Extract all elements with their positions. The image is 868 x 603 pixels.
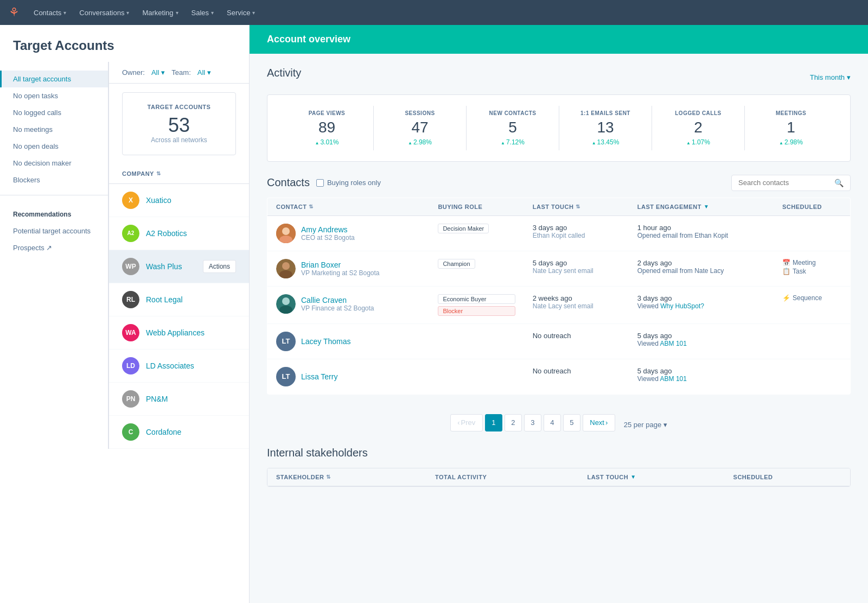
th-scheduled: SCHEDULED [774,198,850,215]
prev-button[interactable]: ‹ Prev [450,414,483,431]
avatar-image [276,294,296,314]
contact-info: Lacey Thomas [301,337,351,346]
contacts-table: CONTACT ⇅ BUYING ROLE LAST TOUCH ⇅ [267,198,851,395]
account-overview-title: Account overview [267,34,851,45]
hubspot-logo: ⚘ [9,5,20,20]
owner-select[interactable]: All ▾ [151,68,165,77]
sort-icon[interactable]: ⇅ [309,204,314,210]
contact-cell: Amy Andrews CEO at S2 Bogota [276,224,420,243]
nav-service[interactable]: Service ▾ [221,5,260,20]
page-5-button[interactable]: 5 [563,414,580,431]
chevron-down-icon: ▾ [663,421,667,429]
company-item-pnm[interactable]: PN PN&M [109,383,249,416]
filter-no-open-tasks[interactable]: No open tasks [0,87,108,104]
filter-no-logged-calls[interactable]: No logged calls [0,104,108,121]
company-name[interactable]: A2 Robotics [146,229,187,238]
company-column-header: COMPANY ⇅ [109,164,249,184]
chevron-down-icon: ▾ [207,68,211,77]
chevron-left-icon: ‹ [457,418,459,427]
page-2-button[interactable]: 2 [505,414,522,431]
table-row: Amy Andrews CEO at S2 Bogota Decision Ma… [267,215,851,251]
sort-icon[interactable]: ⇅ [576,204,580,210]
filter-no-meetings[interactable]: No meetings [0,121,108,138]
stakeholders-section-title: Internal stakeholders [267,447,851,459]
contact-name[interactable]: Amy Andrews [301,225,355,234]
buying-role-cell: Champion [429,251,524,286]
company-item-a2robotics[interactable]: A2 A2 Robotics [109,217,249,250]
page-1-button[interactable]: 1 [485,414,502,431]
svg-point-4 [282,262,290,270]
nav-contacts[interactable]: Contacts ▾ [28,5,72,20]
company-name[interactable]: Xuatico [146,196,171,205]
content-area: Activity This month ▾ PAGE VIEWS 89 3.01… [250,54,868,500]
pagination: ‹ Prev 1 2 3 4 5 Next › [450,403,615,442]
company-item-cordafone[interactable]: C Cordafone [109,416,249,449]
contact-name[interactable]: Brian Boxer [301,261,380,269]
sort-icon-active[interactable]: ▼ [630,474,636,480]
buying-roles-filter[interactable]: Buying roles only [316,179,381,187]
filter-blockers[interactable]: Blockers [0,172,108,188]
team-select[interactable]: All ▾ [197,68,211,77]
company-name[interactable]: LD Associates [146,361,194,370]
search-contacts-box[interactable]: 🔍 [731,175,851,191]
company-item-xuatico[interactable]: X Xuatico [109,184,249,217]
scheduled-cell [774,323,850,359]
next-button[interactable]: Next › [583,414,615,431]
stakeholders-table: STAKEHOLDER ⇅ TOTAL ACTIVITY LAST TOUCH … [267,468,850,486]
company-item-ldassociates[interactable]: LD LD Associates [109,350,249,383]
chevron-down-icon: ▾ [161,68,165,77]
company-item-webbappliances[interactable]: WA Webb Appliances [109,316,249,350]
th-stakeholder: STAKEHOLDER ⇅ [267,468,426,486]
sort-icon[interactable]: ⇅ [326,474,331,480]
filter-prospects[interactable]: Prospects ↗ [0,239,108,256]
contact-cell: LT Lissa Terry [276,367,420,386]
metric-meetings: MEETINGS 1 2.98% [744,106,837,150]
search-contacts-input[interactable] [738,179,830,187]
page-3-button[interactable]: 3 [524,414,541,431]
filter-no-decision-maker[interactable]: No decision maker [0,155,108,172]
up-arrow-icon [686,138,691,146]
sort-icon[interactable]: ⇅ [156,170,161,176]
sort-icon-active[interactable]: ▼ [704,204,709,210]
recommendations-label: Recommendations [0,202,108,223]
filter-no-open-deals[interactable]: No open deals [0,138,108,155]
filter-all-target-accounts[interactable]: All target accounts [0,71,108,87]
page-4-button[interactable]: 4 [544,414,561,431]
scheduled-cell [774,359,850,394]
contact-name[interactable]: Lacey Thomas [301,337,351,346]
company-item-washplus[interactable]: WP Wash Plus Actions [109,250,249,283]
contact-name[interactable]: Lissa Terry [301,372,337,381]
company-name[interactable]: Wash Plus [146,262,182,271]
scheduled-cell [774,215,850,251]
company-name[interactable]: PN&M [146,395,168,403]
metric-page-views: PAGE VIEWS 89 3.01% [280,106,373,150]
filter-potential-target-accounts[interactable]: Potential target accounts [0,223,108,239]
company-name[interactable]: Root Legal [146,295,183,304]
last-touch-cell: 5 days ago Nate Lacy sent email [524,251,629,286]
company-name[interactable]: Cordafone [146,428,181,436]
svg-point-1 [282,227,290,235]
activity-card: PAGE VIEWS 89 3.01% SESSIONS 47 2.98% [267,94,851,162]
company-item-rootlegal[interactable]: RL Root Legal [109,283,249,316]
actions-button[interactable]: Actions [203,260,236,273]
per-page-select[interactable]: 25 per page ▾ [624,421,667,429]
contact-name[interactable]: Callie Craven [301,296,374,304]
buying-roles-checkbox[interactable] [316,179,324,187]
svg-point-7 [282,297,290,305]
company-name[interactable]: Webb Appliances [146,328,205,337]
buying-role-badge: Champion [438,259,475,269]
nav-conversations[interactable]: Conversations ▾ [74,5,135,20]
contacts-table-body: Amy Andrews CEO at S2 Bogota Decision Ma… [267,215,851,394]
engagement-link[interactable]: Why HubSpot? [660,302,704,310]
engagement-link[interactable]: ABM 101 [660,340,687,347]
chevron-down-icon: ▾ [63,10,66,16]
nav-marketing[interactable]: Marketing ▾ [137,5,183,20]
contact-title: VP Marketing at S2 Bogota [301,269,380,277]
contact-title: CEO at S2 Bogota [301,234,355,242]
scheduled-sequence: ⚡ Sequence [782,294,841,302]
nav-sales[interactable]: Sales ▾ [186,5,220,20]
engagement-link[interactable]: ABM 101 [660,375,687,383]
this-month-button[interactable]: This month ▾ [810,73,851,81]
table-row: LT Lacey Thomas No outreach [267,323,851,359]
last-touch-cell: 3 days ago Ethan Kopit called [524,215,629,251]
